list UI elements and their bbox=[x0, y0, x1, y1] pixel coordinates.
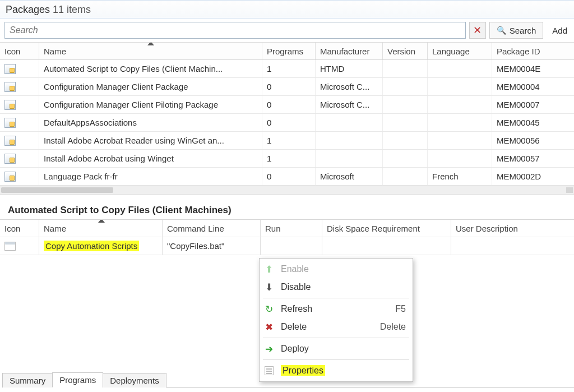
cell-version bbox=[383, 150, 428, 167]
programs-column-header: Icon Name Command Line Run Disk Space Re… bbox=[0, 219, 574, 237]
menu-refresh-accel: F5 bbox=[395, 304, 406, 314]
package-icon bbox=[4, 136, 16, 146]
cell-programs: 1 bbox=[262, 150, 316, 167]
package-icon bbox=[4, 118, 16, 128]
table-row[interactable]: Copy Automation Scripts"CopyFiles.bat" bbox=[0, 237, 574, 255]
refresh-icon: ↻ bbox=[263, 303, 275, 315]
menu-deploy[interactable]: ➔ Deploy bbox=[261, 340, 411, 358]
pcol-disk[interactable]: Disk Space Requirement bbox=[322, 220, 451, 237]
properties-icon bbox=[263, 366, 275, 375]
clear-search-button[interactable]: ✕ bbox=[469, 22, 486, 39]
cell-programs: 0 bbox=[262, 78, 316, 95]
table-row[interactable]: Automated Script to Copy Files (Client M… bbox=[0, 60, 574, 78]
pcol-userdesc[interactable]: User Description bbox=[451, 220, 574, 237]
cell-language bbox=[428, 60, 492, 77]
packages-title: Packages bbox=[6, 4, 50, 15]
cell-programs: 0 bbox=[262, 168, 316, 185]
cell-manufacturer: Microsoft C... bbox=[316, 96, 383, 113]
cell-programs: 0 bbox=[262, 96, 316, 113]
tab-programs[interactable]: Programs bbox=[52, 372, 103, 388]
arrow-up-icon: ⬆ bbox=[263, 264, 275, 275]
cell-run bbox=[261, 237, 322, 255]
tab-summary[interactable]: Summary bbox=[2, 373, 53, 388]
search-icon: 🔍 bbox=[497, 26, 506, 35]
cell-manufacturer: Microsoft bbox=[316, 168, 383, 185]
menu-properties[interactable]: Properties bbox=[261, 362, 411, 380]
col-name[interactable]: Name bbox=[39, 43, 262, 59]
cell-version bbox=[383, 168, 428, 185]
search-input[interactable] bbox=[4, 22, 466, 39]
pcol-name[interactable]: Name bbox=[39, 220, 163, 237]
cell-manufacturer bbox=[316, 114, 383, 131]
cell-userdesc bbox=[451, 237, 574, 255]
packages-column-header: Icon Name Programs Manufacturer Version … bbox=[0, 42, 574, 60]
cell-manufacturer: Microsoft C... bbox=[316, 78, 383, 95]
cell-name: Install Adobe Acrobat Reader using WinGe… bbox=[39, 132, 262, 149]
col-version[interactable]: Version bbox=[383, 43, 428, 59]
menu-delete[interactable]: ✖ Delete Delete bbox=[261, 318, 411, 336]
cell-package-id: MEM0004E bbox=[492, 60, 573, 77]
package-icon bbox=[4, 154, 16, 164]
cell-manufacturer bbox=[316, 132, 383, 149]
cell-version bbox=[383, 78, 428, 95]
col-icon[interactable]: Icon bbox=[0, 43, 39, 59]
menu-enable: ⬆ Enable bbox=[261, 260, 411, 278]
col-manufacturer[interactable]: Manufacturer bbox=[316, 43, 383, 59]
table-row[interactable]: Install Adobe Acrobat using Winget1MEM00… bbox=[0, 150, 574, 168]
menu-enable-label: Enable bbox=[281, 264, 406, 274]
menu-refresh-label: Refresh bbox=[281, 304, 390, 314]
table-row[interactable]: DefaultAppsAssociations0MEM00045 bbox=[0, 114, 574, 132]
packages-rows: Automated Script to Copy Files (Client M… bbox=[0, 60, 574, 186]
cell-version bbox=[383, 96, 428, 113]
sort-ascending-icon bbox=[98, 220, 105, 223]
pcol-name-label: Name bbox=[44, 224, 66, 233]
cell-program-name: Copy Automation Scripts bbox=[39, 237, 163, 255]
package-icon bbox=[4, 100, 16, 110]
col-programs[interactable]: Programs bbox=[262, 43, 316, 59]
table-row[interactable]: Install Adobe Acrobat Reader using WinGe… bbox=[0, 132, 574, 150]
cell-language bbox=[428, 150, 492, 167]
table-row[interactable]: Configuration Manager Client Package0Mic… bbox=[0, 78, 574, 96]
cell-programs: 1 bbox=[262, 132, 316, 149]
menu-delete-label: Delete bbox=[281, 322, 374, 332]
search-button[interactable]: 🔍 Search bbox=[489, 22, 544, 39]
package-icon bbox=[4, 64, 16, 74]
table-row[interactable]: Language Pack fr-fr0MicrosoftFrenchMEM00… bbox=[0, 168, 574, 186]
cell-version bbox=[383, 60, 428, 77]
pcol-run[interactable]: Run bbox=[261, 220, 322, 237]
pcol-icon[interactable]: Icon bbox=[0, 220, 39, 237]
deploy-icon: ➔ bbox=[263, 343, 275, 355]
cell-package-id: MEM00004 bbox=[492, 78, 573, 95]
cell-language bbox=[428, 96, 492, 113]
cell-manufacturer bbox=[316, 150, 383, 167]
menu-properties-text: Properties bbox=[281, 365, 325, 376]
cell-version bbox=[383, 132, 428, 149]
menu-disable[interactable]: ⬇ Disable bbox=[261, 278, 411, 296]
cell-package-id: MEM00007 bbox=[492, 96, 573, 113]
tab-deployments[interactable]: Deployments bbox=[103, 373, 166, 388]
col-language[interactable]: Language bbox=[428, 43, 492, 59]
menu-separator bbox=[263, 298, 409, 298]
col-package-id[interactable]: Package ID bbox=[492, 43, 573, 59]
detail-tabs: Summary Programs Deployments bbox=[2, 372, 166, 388]
pcol-command[interactable]: Command Line bbox=[163, 220, 261, 237]
horizontal-scrollbar[interactable] bbox=[0, 186, 574, 195]
menu-refresh[interactable]: ↻ Refresh F5 bbox=[261, 300, 411, 318]
cell-package-id: MEM00057 bbox=[492, 150, 573, 167]
cell-package-id: MEM00056 bbox=[492, 132, 573, 149]
packages-count: 11 items bbox=[53, 4, 91, 15]
program-icon bbox=[4, 242, 16, 251]
package-icon bbox=[4, 82, 16, 92]
table-row[interactable]: Configuration Manager Client Piloting Pa… bbox=[0, 96, 574, 114]
add-criteria-link[interactable]: Add bbox=[547, 26, 570, 35]
package-icon bbox=[4, 172, 16, 182]
menu-disable-label: Disable bbox=[281, 282, 406, 292]
cell-name: DefaultAppsAssociations bbox=[39, 114, 262, 131]
cell-programs: 1 bbox=[262, 60, 316, 77]
cell-command: "CopyFiles.bat" bbox=[163, 237, 261, 255]
menu-deploy-label: Deploy bbox=[281, 344, 406, 354]
cell-disk bbox=[322, 237, 451, 255]
menu-delete-accel: Delete bbox=[380, 322, 406, 332]
cell-language bbox=[428, 114, 492, 131]
cell-version bbox=[383, 114, 428, 131]
